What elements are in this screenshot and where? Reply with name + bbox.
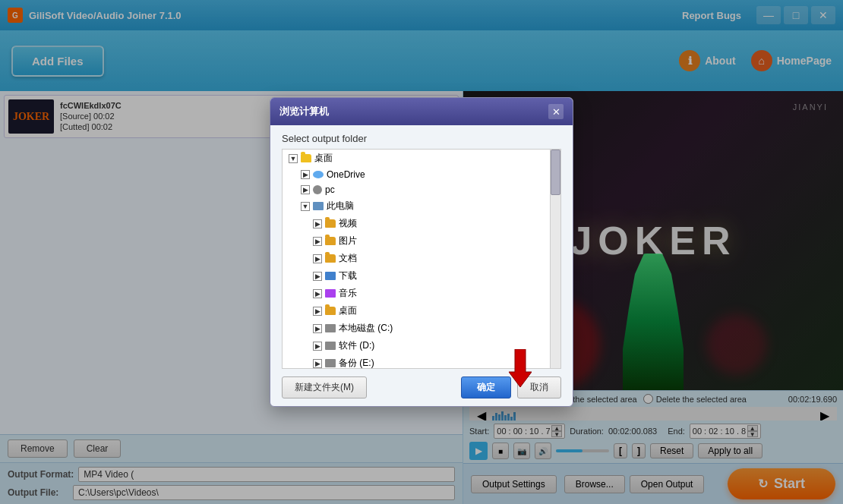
dialog-title-bar: 浏览计算机 ✕ <box>270 98 573 125</box>
expand-onedrive[interactable]: ▶ <box>301 170 310 179</box>
expand-drive-c[interactable]: ▶ <box>313 324 322 333</box>
cancel-button[interactable]: 取消 <box>517 376 561 398</box>
dialog-title: 浏览计算机 <box>279 105 329 118</box>
expand-pc-user[interactable]: ▶ <box>301 185 310 194</box>
folder-icon-pictures <box>325 237 336 245</box>
videos-label: 视频 <box>339 217 357 230</box>
folder-icon-desktop <box>301 154 311 162</box>
expand-music[interactable]: ▶ <box>313 289 322 298</box>
person-icon-pc <box>313 185 322 194</box>
scrollbar-thumb[interactable] <box>551 150 560 195</box>
drive-icon-d <box>325 342 336 350</box>
expand-videos[interactable]: ▶ <box>313 219 322 228</box>
folder-icon-music <box>325 289 336 298</box>
expand-drive-e[interactable]: ▶ <box>313 359 322 368</box>
expand-desktop[interactable]: ▼ <box>289 154 298 163</box>
tree-item-documents[interactable]: ▶ 文档 <box>307 250 560 267</box>
desktop-label: 桌面 <box>314 152 333 165</box>
expand-pictures[interactable]: ▶ <box>313 237 322 246</box>
pc-icon <box>313 202 324 210</box>
this-pc-label: 此电脑 <box>327 200 354 213</box>
dialog-close-button[interactable]: ✕ <box>548 104 564 119</box>
expand-this-pc[interactable]: ▼ <box>301 202 310 211</box>
tree-item-pc-user[interactable]: ▶ pc <box>295 182 560 197</box>
folder-icon-videos <box>325 219 336 228</box>
music-label: 音乐 <box>339 287 357 300</box>
tree-item-videos[interactable]: ▶ 视频 <box>307 215 560 232</box>
pc-user-label: pc <box>325 184 335 195</box>
dialog-subtitle: Select output folder <box>270 125 573 149</box>
tree-item-downloads[interactable]: ▶ 下载 <box>307 267 560 285</box>
tree-item-pictures[interactable]: ▶ 图片 <box>307 232 560 250</box>
drive-e-label: 备份 (E:) <box>339 357 374 369</box>
documents-label: 文档 <box>339 252 357 265</box>
tree-item-this-pc[interactable]: ▼ 此电脑 <box>295 197 560 215</box>
expand-documents[interactable]: ▶ <box>313 254 322 263</box>
dialog-tree: ▼ 桌面 ▶ OneDrive ▶ pc ▼ <box>282 149 561 369</box>
drive-c-label: 本地磁盘 (C:) <box>339 322 393 335</box>
new-folder-button[interactable]: 新建文件夹(M) <box>282 376 367 398</box>
drive-icon-e <box>325 359 336 367</box>
ok-button[interactable]: 确定 <box>461 376 511 398</box>
tree-item-desktop2[interactable]: ▶ 桌面 <box>307 302 560 320</box>
tree-item-onedrive[interactable]: ▶ OneDrive <box>295 167 560 182</box>
dialog-action-buttons: 确定 取消 <box>461 376 561 398</box>
tree-scrollbar[interactable] <box>550 150 560 368</box>
browse-dialog: 浏览计算机 ✕ Select output folder ▼ 桌面 <box>270 97 573 407</box>
tree-item-music[interactable]: ▶ 音乐 <box>307 285 560 302</box>
dialog-overlay: 浏览计算机 ✕ Select output folder ▼ 桌面 <box>0 0 843 504</box>
cloud-icon-onedrive <box>313 171 324 178</box>
folder-icon-desktop2 <box>325 307 336 315</box>
pictures-label: 图片 <box>339 235 357 247</box>
drive-d-label: 软件 (D:) <box>339 339 374 352</box>
downloads-label: 下载 <box>339 269 357 282</box>
onedrive-label: OneDrive <box>327 169 365 180</box>
desktop2-label: 桌面 <box>339 304 357 317</box>
app-window: G GiliSoft Video/Audio Joiner 7.1.0 Repo… <box>0 0 843 504</box>
expand-desktop2[interactable]: ▶ <box>313 307 322 316</box>
expand-drive-d[interactable]: ▶ <box>313 342 322 351</box>
folder-icon-downloads <box>325 272 336 280</box>
expand-downloads[interactable]: ▶ <box>313 272 322 281</box>
tree-item-drive-c[interactable]: ▶ 本地磁盘 (C:) <box>307 320 560 337</box>
tree-item-drive-e[interactable]: ▶ 备份 (E:) <box>307 354 560 369</box>
dialog-footer: 新建文件夹(M) 确定 取消 <box>270 369 573 406</box>
folder-icon-documents <box>325 254 336 263</box>
tree-item-desktop[interactable]: ▼ 桌面 <box>283 150 560 167</box>
drive-icon-c <box>325 324 336 332</box>
tree-item-drive-d[interactable]: ▶ 软件 (D:) <box>307 337 560 354</box>
